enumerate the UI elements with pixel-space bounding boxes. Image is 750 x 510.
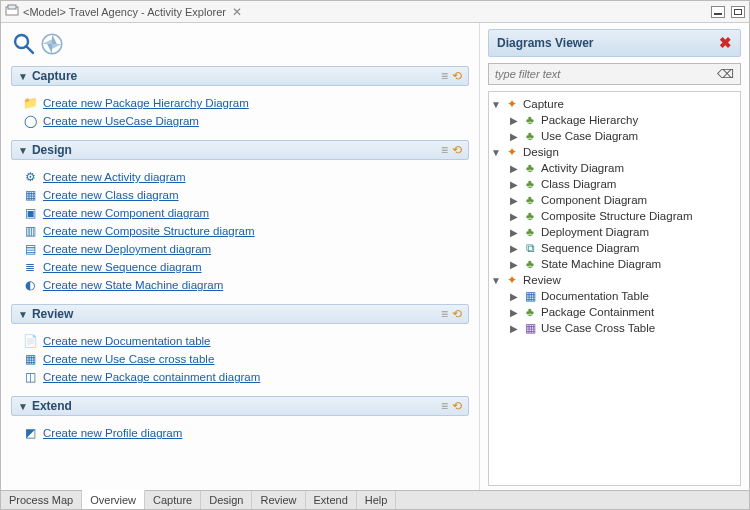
- section-header-extend[interactable]: ▼Extend≡⟲: [11, 396, 469, 416]
- action-link[interactable]: Create new Package Hierarchy Diagram: [43, 97, 249, 109]
- tree-item[interactable]: ▶♣Composite Structure Diagram: [491, 208, 738, 224]
- action-link[interactable]: Create new Package containment diagram: [43, 371, 260, 383]
- item-icon: ♣: [523, 193, 537, 207]
- tree-item[interactable]: ▶♣Package Hierarchy: [491, 112, 738, 128]
- refresh-icon[interactable]: ⟲: [452, 69, 462, 83]
- diagrams-tree[interactable]: ▼✦Capture▶♣Package Hierarchy▶♣Use Case D…: [488, 91, 741, 486]
- create-link[interactable]: ▦Create new Class diagram: [23, 188, 467, 202]
- create-link[interactable]: 📁Create new Package Hierarchy Diagram: [23, 96, 467, 110]
- expand-icon[interactable]: ▶: [509, 131, 519, 142]
- close-tab-icon[interactable]: ✕: [232, 5, 242, 19]
- item-icon: ♣: [523, 113, 537, 127]
- item-icon: ♣: [523, 177, 537, 191]
- create-link[interactable]: ◩Create new Profile diagram: [23, 426, 467, 440]
- tree-item[interactable]: ▶▦Documentation Table: [491, 288, 738, 304]
- refresh-icon[interactable]: ⟲: [452, 307, 462, 321]
- expand-icon[interactable]: ▶: [509, 115, 519, 126]
- section-header-capture[interactable]: ▼Capture≡⟲: [11, 66, 469, 86]
- action-link[interactable]: Create new Class diagram: [43, 189, 179, 201]
- diagram-type-icon: ◫: [23, 370, 37, 384]
- list-icon[interactable]: ≡: [441, 143, 448, 157]
- filter-input[interactable]: [495, 65, 717, 83]
- create-link[interactable]: ≣Create new Sequence diagram: [23, 260, 467, 274]
- tab-capture[interactable]: Capture: [145, 491, 201, 509]
- minimize-button[interactable]: [711, 6, 725, 18]
- expand-icon[interactable]: ▶: [509, 211, 519, 222]
- expand-icon[interactable]: ▶: [509, 163, 519, 174]
- create-link[interactable]: ▣Create new Component diagram: [23, 206, 467, 220]
- list-icon[interactable]: ≡: [441, 399, 448, 413]
- expand-icon[interactable]: ▶: [509, 179, 519, 190]
- tree-group[interactable]: ▼✦Design: [491, 144, 738, 160]
- tree-group[interactable]: ▼✦Review: [491, 272, 738, 288]
- tree-item[interactable]: ▶♣Component Diagram: [491, 192, 738, 208]
- tab-extend[interactable]: Extend: [306, 491, 357, 509]
- expand-icon[interactable]: ▼: [491, 147, 501, 158]
- action-link[interactable]: Create new Use Case cross table: [43, 353, 214, 365]
- action-link[interactable]: Create new UseCase Diagram: [43, 115, 199, 127]
- action-link[interactable]: Create new Documentation table: [43, 335, 211, 347]
- create-link[interactable]: ▦Create new Use Case cross table: [23, 352, 467, 366]
- expand-icon[interactable]: ▶: [509, 307, 519, 318]
- tree-item[interactable]: ▶⧉Sequence Diagram: [491, 240, 738, 256]
- tree-group[interactable]: ▼✦Capture: [491, 96, 738, 112]
- tree-label: Review: [523, 274, 561, 286]
- action-link[interactable]: Create new Profile diagram: [43, 427, 182, 439]
- tree-item[interactable]: ▶♣Deployment Diagram: [491, 224, 738, 240]
- create-link[interactable]: ◯Create new UseCase Diagram: [23, 114, 467, 128]
- expand-icon[interactable]: ▶: [509, 259, 519, 270]
- refresh-icon[interactable]: ⟲: [452, 399, 462, 413]
- list-icon[interactable]: ≡: [441, 69, 448, 83]
- expand-icon[interactable]: ▶: [509, 195, 519, 206]
- expand-icon[interactable]: ▶: [509, 243, 519, 254]
- action-link[interactable]: Create new Sequence diagram: [43, 261, 202, 273]
- diagram-type-icon: 📄: [23, 334, 37, 348]
- search-icon[interactable]: [11, 31, 37, 60]
- action-link[interactable]: Create new Component diagram: [43, 207, 209, 219]
- item-icon: ⧉: [523, 241, 537, 255]
- activity-explorer-icon: [5, 3, 19, 20]
- clear-filter-icon[interactable]: ⌫: [717, 67, 734, 81]
- tab-process-map[interactable]: Process Map: [1, 491, 82, 509]
- action-link[interactable]: Create new Activity diagram: [43, 171, 186, 183]
- tree-label: Deployment Diagram: [541, 226, 649, 238]
- close-icon[interactable]: ✖: [719, 34, 732, 52]
- action-link[interactable]: Create new Composite Structure diagram: [43, 225, 255, 237]
- create-link[interactable]: ◫Create new Package containment diagram: [23, 370, 467, 384]
- action-link[interactable]: Create new Deployment diagram: [43, 243, 211, 255]
- tree-item[interactable]: ▶♣Activity Diagram: [491, 160, 738, 176]
- tab-design[interactable]: Design: [201, 491, 252, 509]
- create-link[interactable]: ◐Create new State Machine diagram: [23, 278, 467, 292]
- diagram-type-icon: ◯: [23, 114, 37, 128]
- tree-item[interactable]: ▶♣Use Case Diagram: [491, 128, 738, 144]
- bottom-tabs: Process MapOverviewCaptureDesignReviewEx…: [1, 490, 749, 509]
- expand-icon[interactable]: ▼: [491, 99, 501, 110]
- section-header-review[interactable]: ▼Review≡⟲: [11, 304, 469, 324]
- tree-label: Use Case Diagram: [541, 130, 638, 142]
- tree-item[interactable]: ▶▦Use Case Cross Table: [491, 320, 738, 336]
- list-icon[interactable]: ≡: [441, 307, 448, 321]
- tab-help[interactable]: Help: [357, 491, 397, 509]
- create-link[interactable]: ⚙Create new Activity diagram: [23, 170, 467, 184]
- group-icon: ✦: [505, 273, 519, 287]
- tree-item[interactable]: ▶♣State Machine Diagram: [491, 256, 738, 272]
- expand-icon[interactable]: ▶: [509, 227, 519, 238]
- section-header-design[interactable]: ▼Design≡⟲: [11, 140, 469, 160]
- create-link[interactable]: ▤Create new Deployment diagram: [23, 242, 467, 256]
- tree-label: Package Containment: [541, 306, 654, 318]
- aperture-icon[interactable]: [39, 31, 65, 60]
- tree-item[interactable]: ▶♣Class Diagram: [491, 176, 738, 192]
- expand-icon[interactable]: ▶: [509, 291, 519, 302]
- expand-icon[interactable]: ▶: [509, 323, 519, 334]
- create-link[interactable]: ▥Create new Composite Structure diagram: [23, 224, 467, 238]
- section-title: Capture: [32, 69, 77, 83]
- tab-review[interactable]: Review: [252, 491, 305, 509]
- expand-icon[interactable]: ▼: [491, 275, 501, 286]
- maximize-button[interactable]: [731, 6, 745, 18]
- diagram-type-icon: ⚙: [23, 170, 37, 184]
- action-link[interactable]: Create new State Machine diagram: [43, 279, 223, 291]
- refresh-icon[interactable]: ⟲: [452, 143, 462, 157]
- tab-overview[interactable]: Overview: [82, 490, 145, 509]
- tree-item[interactable]: ▶♣Package Containment: [491, 304, 738, 320]
- create-link[interactable]: 📄Create new Documentation table: [23, 334, 467, 348]
